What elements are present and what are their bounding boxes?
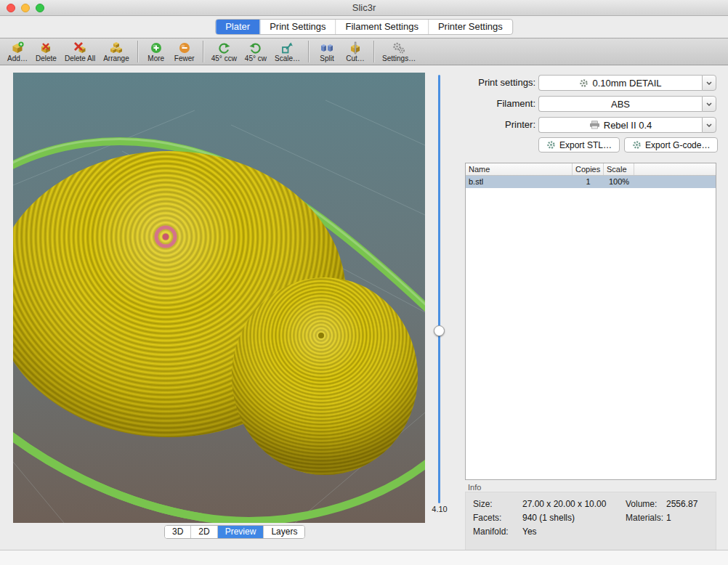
cell-name: b.stl — [466, 176, 573, 188]
view-2d-button[interactable]: 2D — [191, 526, 217, 538]
toolbar-label: Split — [320, 54, 333, 62]
tab-filament-settings[interactable]: Filament Settings — [336, 20, 428, 34]
gear-icon — [632, 140, 642, 150]
arrange-button[interactable]: Arrange — [103, 41, 129, 62]
export-stl-label: Export STL… — [559, 140, 612, 150]
info-box: Size: 27.00 x 20.00 x 10.00 Volume: 2556… — [465, 492, 716, 550]
layer-slider-value: 4.10 — [427, 505, 452, 513]
plater-preview-canvas[interactable] — [13, 73, 425, 523]
column-header-name[interactable]: Name — [466, 163, 573, 175]
plater-3d-viewport[interactable] — [13, 73, 425, 523]
volume-value: 2556.87 — [666, 499, 697, 509]
export-gcode-button[interactable]: Export G-code… — [624, 137, 718, 153]
chevron-down-icon — [706, 81, 712, 85]
scale-icon — [280, 41, 294, 54]
printer-icon — [589, 121, 600, 129]
chevron-down-icon — [706, 102, 712, 106]
facets-label: Facets: — [473, 513, 501, 523]
view-mode-switch: 3D 2D Preview Layers — [164, 525, 305, 539]
scale-button[interactable]: Scale… — [275, 41, 300, 62]
toolbar-label: Settings… — [382, 54, 416, 62]
print-settings-value[interactable]: 0.10mm DETAIL — [538, 75, 702, 91]
toolbar-label: Delete — [36, 54, 57, 62]
object-list-table: Name Copies Scale b.stl 1 100% — [465, 163, 716, 480]
toolbar-label: More — [147, 54, 164, 62]
export-gcode-label: Export G-code… — [645, 140, 710, 150]
cell-copies: 1 — [573, 176, 604, 188]
fewer-button[interactable]: Fewer — [174, 41, 195, 62]
facets-value: 940 (1 shells) — [522, 513, 575, 523]
gear-icon — [579, 78, 589, 88]
title-bar: Slic3r — [0, 0, 728, 16]
slic3r-window: Slic3r Plater Print Settings Filament Se… — [0, 0, 728, 565]
printer-value[interactable]: Rebel II 0.4 — [538, 117, 702, 133]
delete-button[interactable]: Delete — [36, 41, 57, 62]
printer-select[interactable]: Rebel II 0.4 — [538, 117, 716, 133]
cell-scale: 100% — [604, 176, 634, 188]
column-header-copies[interactable]: Copies — [573, 163, 604, 175]
toolbar-separator — [203, 41, 203, 62]
layer-slider-track[interactable] — [438, 75, 440, 503]
export-stl-button[interactable]: Export STL… — [538, 137, 620, 153]
view-preview-button[interactable]: Preview — [218, 526, 264, 538]
table-row[interactable]: b.stl 1 100% — [466, 176, 716, 188]
close-button[interactable] — [7, 4, 15, 12]
plater-toolbar: Add… Delete De — [0, 38, 728, 65]
object-settings-button[interactable]: Settings… — [382, 41, 416, 62]
tab-plater[interactable]: Plater — [216, 20, 260, 34]
chevron-down-icon — [706, 123, 712, 127]
model-small-apex-dot — [318, 333, 324, 338]
column-header-scale[interactable]: Scale — [604, 163, 634, 175]
fewer-copies-icon — [178, 41, 191, 54]
manifold-value: Yes — [522, 527, 537, 537]
model-small-shading — [232, 277, 418, 475]
tab-printer-settings[interactable]: Printer Settings — [429, 20, 512, 34]
bottom-status-strip — [0, 550, 728, 565]
filament-label: Filament: — [465, 96, 535, 112]
size-label: Size: — [473, 499, 493, 509]
split-button[interactable]: Split — [317, 41, 337, 62]
print-settings-label: Print settings: — [465, 75, 535, 91]
toolbar-label: Fewer — [174, 54, 195, 62]
toolbar-label: Scale… — [275, 54, 300, 62]
printer-label: Printer: — [465, 117, 535, 133]
view-3d-button[interactable]: 3D — [165, 526, 191, 538]
toolbar-separator — [373, 41, 374, 62]
printer-dropdown-button[interactable] — [702, 117, 716, 133]
zoom-button[interactable] — [36, 4, 44, 12]
add-button[interactable]: Add… — [7, 41, 28, 62]
layer-slider[interactable] — [434, 75, 445, 503]
arrange-icon — [110, 41, 123, 54]
filament-value[interactable]: ABS — [538, 96, 702, 112]
rotate-ccw-button[interactable]: 45° ccw — [211, 41, 237, 62]
delete-object-icon — [39, 41, 52, 54]
settings-panel: Print settings: 0.10mm DETAIL Filament: … — [465, 73, 716, 552]
volume-label: Volume: — [626, 499, 657, 509]
toolbar-label: Cut… — [346, 54, 365, 62]
minimize-button[interactable] — [21, 4, 30, 12]
object-settings-icon — [392, 41, 405, 54]
filament-text: ABS — [611, 99, 630, 110]
delete-all-button[interactable]: Delete All — [65, 41, 95, 62]
rotate-ccw-icon — [217, 41, 230, 54]
gear-icon — [546, 140, 556, 150]
more-copies-icon — [150, 41, 163, 54]
tab-bar: Plater Print Settings Filament Settings … — [0, 16, 728, 38]
more-button[interactable]: More — [146, 41, 166, 62]
view-layers-button[interactable]: Layers — [264, 526, 304, 538]
rotate-cw-button[interactable]: 45° cw — [245, 41, 267, 62]
print-settings-select[interactable]: 0.10mm DETAIL — [538, 75, 716, 91]
filament-select[interactable]: ABS — [538, 96, 716, 112]
print-settings-dropdown-button[interactable] — [702, 75, 716, 91]
toolbar-separator — [308, 41, 309, 62]
tab-print-settings[interactable]: Print Settings — [260, 20, 336, 34]
tab-group: Plater Print Settings Filament Settings … — [215, 19, 513, 35]
filament-dropdown-button[interactable] — [702, 96, 716, 112]
split-icon — [320, 41, 333, 54]
toolbar-label: Delete All — [65, 54, 95, 62]
materials-label: Materials: — [626, 513, 663, 523]
cut-button[interactable]: Cut… — [345, 41, 365, 62]
layer-slider-thumb[interactable] — [434, 325, 445, 336]
cut-icon — [349, 41, 362, 54]
printer-text: Rebel II 0.4 — [604, 120, 652, 131]
